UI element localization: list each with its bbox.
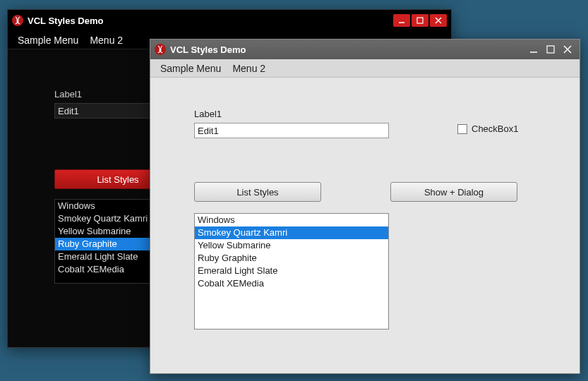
show-dialog-button[interactable]: Show + Dialog: [390, 182, 517, 202]
list-item[interactable]: Windows: [195, 214, 388, 226]
menu-menu-2[interactable]: Menu 2: [84, 32, 128, 48]
maximize-button[interactable]: [543, 43, 558, 56]
list-item[interactable]: Smokey Quartz Kamri: [195, 226, 388, 239]
close-button[interactable]: [430, 14, 447, 27]
app-icon: [12, 15, 23, 26]
menu-sample-menu[interactable]: Sample Menu: [12, 32, 84, 48]
checkbox-icon: [457, 124, 467, 134]
minimize-button[interactable]: [526, 43, 541, 56]
minimize-button[interactable]: [393, 14, 410, 27]
checkbox1[interactable]: CheckBox1: [457, 123, 518, 134]
checkbox1-label: CheckBox1: [472, 123, 518, 134]
close-button[interactable]: [560, 43, 575, 56]
list-item[interactable]: Cobalt XEMedia: [195, 277, 388, 290]
app-icon: [155, 44, 166, 55]
menu-menu-2[interactable]: Menu 2: [227, 61, 271, 76]
list-styles-button[interactable]: List Styles: [194, 182, 321, 202]
window-title: VCL Styles Demo: [170, 44, 246, 55]
list-item[interactable]: Emerald Light Slate: [195, 265, 388, 277]
label1: Label1: [194, 109, 222, 119]
window-default: VCL Styles Demo Sample Menu Menu 2 Label…: [150, 39, 580, 374]
client-area: Label1 CheckBox1 List Styles Show + Dial…: [150, 78, 580, 373]
label1: Label1: [54, 89, 82, 99]
titlebar[interactable]: VCL Styles Demo: [150, 40, 580, 59]
list-item[interactable]: Yellow Submarine: [195, 239, 388, 252]
window-title: VCL Styles Demo: [28, 16, 103, 26]
edit1-input[interactable]: [194, 123, 389, 138]
svg-rect-7: [547, 46, 554, 53]
styles-listbox[interactable]: WindowsSmokey Quartz KamriYellow Submari…: [194, 213, 389, 329]
list-item[interactable]: Ruby Graphite: [195, 252, 388, 265]
menubar: Sample Menu Menu 2: [150, 59, 580, 78]
svg-rect-2: [417, 18, 423, 23]
menu-sample-menu[interactable]: Sample Menu: [155, 61, 227, 76]
maximize-button[interactable]: [412, 14, 428, 27]
titlebar[interactable]: VCL Styles Demo: [8, 10, 451, 31]
